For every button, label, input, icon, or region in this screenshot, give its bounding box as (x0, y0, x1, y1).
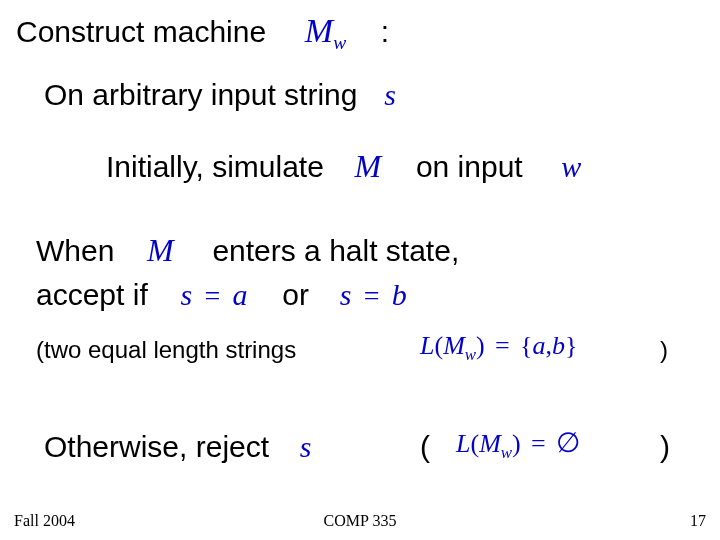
lang-lp-1: ( (434, 331, 443, 360)
set-a: a (532, 331, 545, 360)
txt-or: or (282, 278, 309, 311)
eq-sa-eq: = (200, 280, 224, 311)
txt-enters-halt: enters a halt state, (212, 234, 459, 267)
txt-when: When (36, 234, 114, 267)
lang-rp-2: ) (512, 429, 521, 458)
math-s-1: s (384, 78, 396, 111)
lang-lp-2: ( (470, 429, 479, 458)
txt-on-input: on input (416, 150, 523, 183)
txt-otherwise: Otherwise, reject (44, 430, 269, 463)
lang-eq-1: = (492, 331, 513, 360)
emptyset-icon: ∅ (556, 427, 580, 458)
lang-eq-2: = (528, 429, 549, 458)
set-close: } (565, 331, 577, 360)
lang-Mw-M-1: M (443, 331, 465, 360)
lang-L-2: L (456, 429, 470, 458)
math-Mw-M: M (305, 12, 333, 49)
math-M: M (355, 148, 382, 184)
eq-sa-s: s (180, 278, 192, 311)
txt-on-arbitrary: On arbitrary input string (44, 78, 357, 111)
math-w: w (561, 150, 581, 183)
txt-accept-if: accept if (36, 278, 148, 311)
colon: : (381, 15, 389, 48)
eq-sa-a: a (233, 278, 248, 311)
footer-page-number: 17 (690, 512, 706, 530)
eq-sb-eq: = (360, 280, 384, 311)
otherwise-close-paren: ) (660, 430, 670, 464)
eq-sb-s: s (340, 278, 352, 311)
footer-course: COMP 335 (324, 512, 397, 530)
set-open: { (520, 331, 532, 360)
txt-two-equal: (two equal length strings (36, 336, 296, 363)
math-s-2: s (300, 430, 312, 463)
lang-Mw-M-2: M (479, 429, 501, 458)
set-b: b (552, 331, 565, 360)
txt-initially: Initially, simulate (106, 150, 324, 183)
title-construct: Construct machine (16, 15, 266, 48)
eq-sb-b: b (392, 278, 407, 311)
math-M-2: M (147, 232, 174, 268)
lang-Mw-w-2: w (501, 443, 512, 462)
otherwise-open-paren: ( (420, 430, 430, 464)
two-equal-close-paren: ) (660, 336, 668, 364)
lang-rp-1: ) (476, 331, 485, 360)
lang-Mw-w-1: w (465, 345, 476, 364)
lang-L-1: L (420, 331, 434, 360)
footer-term: Fall 2004 (14, 512, 75, 530)
math-Mw-w: w (333, 32, 346, 53)
